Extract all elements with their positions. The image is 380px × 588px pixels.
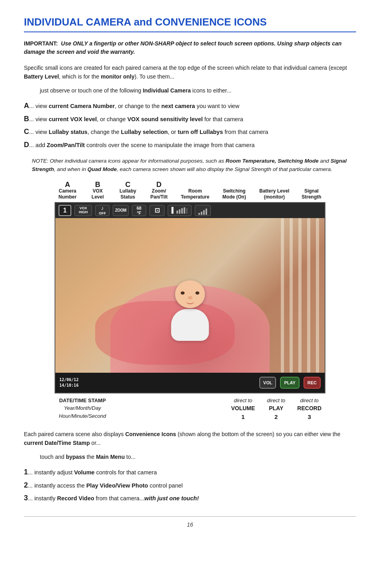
- datetime-label: DATE/TIME STAMP Year/Month/Day Hour/Minu…: [55, 397, 110, 422]
- bottom-para1: Each paired camera scene also displays C…: [24, 430, 356, 448]
- lullaby-icon[interactable]: ♪ OFF: [95, 205, 110, 216]
- battery-icon: ▌: [168, 205, 192, 216]
- important-box: IMPORTANT: Use ONLY a fingertip or other…: [24, 39, 356, 56]
- col-label-room-temp: Room Temperature: [179, 188, 211, 201]
- col-label-b: B VOX Level: [87, 181, 109, 201]
- bottom-list-2: 2... instantly access the Play Video/Vie…: [24, 479, 356, 492]
- bottom-list-3: 3... instantly Record Video from that ca…: [24, 492, 356, 504]
- volume-label: direct to VOLUME 1: [231, 397, 255, 422]
- camera-number-icon[interactable]: 1: [59, 205, 71, 216]
- col-label-battery: Battery Level (monitor): [257, 188, 291, 201]
- col-label-signal: Signal Strength: [300, 188, 323, 201]
- bottom-section: Each paired camera scene also displays C…: [24, 430, 356, 504]
- screen-top-bar: 1 VOXHIGH ♪ OFF ZOOM 68°F ⊡ ▌: [55, 203, 325, 218]
- crib-bars: [277, 218, 325, 373]
- vox-icon[interactable]: VOXHIGH: [74, 205, 92, 216]
- list-items: A... view current Camera Number, or chan…: [24, 100, 356, 151]
- list-item-d: D... add Zoom/Pan/Tilt controls over the…: [24, 139, 356, 151]
- important-label: IMPORTANT:: [24, 40, 58, 47]
- bottom-list-1: 1... instantly adjust Volume controls fo…: [24, 466, 356, 478]
- col-label-a: A Camera Number: [57, 181, 78, 201]
- bottom-indent: touch and bypass the Main Menu to...: [40, 452, 356, 461]
- record-button[interactable]: REC: [304, 377, 321, 389]
- col-label-d: D Zoom/ Pan/Tilt: [147, 181, 171, 201]
- camera-screen: 1 VOXHIGH ♪ OFF ZOOM 68°F ⊡ ▌: [55, 202, 325, 393]
- datetime-display: 12/06/12 14/10:16: [59, 377, 87, 388]
- labels-area: DATE/TIME STAMP Year/Month/Day Hour/Minu…: [55, 397, 325, 422]
- play-button[interactable]: PLAY: [280, 377, 299, 389]
- volume-button[interactable]: VOL: [259, 377, 276, 389]
- col-label-c: C Lullaby Status: [117, 181, 139, 201]
- camera-section: A Camera Number B VOX Level C Lullaby St…: [24, 181, 356, 422]
- intro-para1: Specific small icons are created for eac…: [24, 63, 356, 81]
- zoom-icon[interactable]: ZOOM: [113, 205, 129, 216]
- record-label: direct to RECORD 3: [297, 397, 321, 422]
- intro-indent: just observe or touch one of the followi…: [40, 86, 356, 95]
- convenience-labels: direct to VOLUME 1 direct to PLAY 2 dire…: [231, 397, 321, 422]
- col-label-switching: Switching Mode (On): [219, 188, 249, 201]
- temp-icon: 68°F: [132, 205, 146, 216]
- list-item-a: A... view current Camera Number, or chan…: [24, 100, 356, 112]
- page-title: INDIVIDUAL CAMERA and CONVENIENCE ICONS: [24, 16, 356, 32]
- page-footer: 16: [24, 516, 356, 528]
- list-item-b: B... view current VOX level, or change V…: [24, 113, 356, 125]
- important-text: Use ONLY a fingertip or other NON-SHARP …: [24, 40, 342, 55]
- baby-scene: [55, 218, 325, 373]
- switching-icon[interactable]: ⊡: [149, 205, 165, 216]
- play-label: direct to PLAY 2: [267, 397, 285, 422]
- note-block: NOTE: Other individual camera icons appe…: [32, 157, 356, 174]
- signal-icon: [195, 205, 211, 216]
- screen-bottom-bar: 12/06/12 14/10:16 VOL PLAY REC: [55, 373, 325, 393]
- list-item-c: C... view Lullaby status, change the Lul…: [24, 126, 356, 138]
